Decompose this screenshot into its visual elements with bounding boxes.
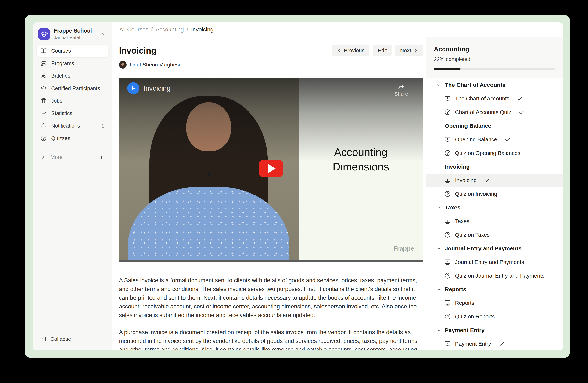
outline-section-payment-entry[interactable]: Payment Entry [426,323,563,337]
outline-lesson-title: The Chart of Accounts [455,96,509,102]
sidebar-item-notifications[interactable]: Notifications1 [37,120,108,132]
help-circle-icon [444,272,451,279]
frappe-school-logo [38,28,50,40]
chevron-left-icon [337,48,341,53]
breadcrumb-all-courses[interactable]: All Courses [119,26,148,33]
outline-lesson-quiz-on-invoicing[interactable]: Quiz on Invoicing [426,187,563,201]
lesson-paragraph: A purchase invoice is a document created… [119,328,419,350]
outline-section-taxes[interactable]: Taxes [426,201,563,214]
help-circle-icon [444,109,451,115]
play-icon [268,164,276,173]
chevron-down-icon[interactable] [101,31,106,37]
outline-section-title: Journal Entry and Payments [445,245,522,252]
edit-button[interactable]: Edit [373,45,392,57]
sidebar-item-programs[interactable]: Programs [37,57,108,69]
outline-section-journal-entry-and-payments[interactable]: Journal Entry and Payments [426,242,563,255]
notification-count-badge: 1 [102,123,104,129]
video-channel-avatar[interactable]: F [127,82,139,94]
outline-lesson-quiz-on-opening-balances[interactable]: Quiz on Opening Balances [426,146,563,160]
outline-lesson-taxes[interactable]: Taxes [426,214,563,228]
sidebar-item-label: Jobs [51,98,62,104]
presenter-face [186,102,231,151]
chevron-down-icon [437,82,441,87]
outline-section-invoicing[interactable]: Invoicing [426,160,563,173]
sidebar-item-more[interactable]: More [37,152,108,163]
sidebar-item-label: Batches [51,73,70,79]
video-player[interactable]: Accounting Dimensions Frappe F Invoicing [119,77,423,260]
sidebar-item-quizzes[interactable]: Quizzes [37,132,108,144]
share-label: Share [394,91,408,97]
outline-section-opening-balance[interactable]: Opening Balance [426,119,563,133]
check-icon [484,177,490,184]
sidebar-nav: CoursesProgramsBatchesCertified Particip… [37,45,108,144]
progress-bar [434,68,555,70]
check-icon [519,109,525,115]
author-row: Linet Sherin Varghese [119,61,423,69]
video-overlay-title[interactable]: Invoicing [144,84,170,92]
sidebar-item-batches[interactable]: Batches [37,70,108,82]
help-circle-icon [444,232,451,238]
chevron-down-icon [437,328,441,333]
outline-lesson-invoicing[interactable]: Invoicing [426,173,563,187]
outline-lesson-title: Reports [455,300,474,306]
sidebar-item-certified-participants[interactable]: Certified Participants [37,82,108,95]
video-slide-panel: Accounting Dimensions Frappe [298,77,423,260]
outline-lesson-reports[interactable]: Reports [426,296,563,310]
collapse-label: Collapse [50,336,71,342]
play-button[interactable] [259,160,283,177]
previous-button[interactable]: Previous [332,45,369,57]
author-name: Linet Sherin Varghese [129,62,182,68]
lesson-paragraph: A Sales invoice is a formal document sen… [119,276,419,319]
outline-lesson-title: Quiz on Invoicing [455,191,497,197]
sidebar-item-label: Quizzes [51,135,70,141]
next-button[interactable]: Next [395,45,423,57]
outline-lesson-title: Journal Entry and Payments [455,259,524,265]
workspace-switcher[interactable]: Frappe School Jannat Patel [37,27,108,45]
next-label: Next [400,47,411,54]
bell-icon [41,123,47,129]
outline-lesson-chart-of-accounts-quiz[interactable]: Chart of Accounts Quiz [426,105,563,119]
chevron-down-icon [437,205,441,210]
plus-icon[interactable] [99,154,104,160]
outline-lesson-quiz-on-journal-entry-and-payments[interactable]: Quiz on Journal Entry and Payments [426,269,563,283]
breadcrumb: All Courses / Accounting / Invoicing [119,26,213,33]
outline-lesson-journal-entry-and-payments[interactable]: Journal Entry and Payments [426,255,563,269]
sidebar-item-courses[interactable]: Courses [37,45,108,57]
video-progress-strip[interactable] [119,260,423,262]
slide-line-2: Dimensions [333,159,389,174]
breadcrumb-separator: / [187,26,188,33]
workspace-text: Frappe School Jannat Patel [54,28,97,40]
outline-lesson-title: Quiz on Opening Balances [455,150,520,156]
graduation-cap-icon [40,30,48,38]
outline-section-title: The Chart of Accounts [445,82,505,88]
chevron-down-icon [437,287,441,292]
outline-lesson-quiz-on-taxes[interactable]: Quiz on Taxes [426,228,563,242]
breadcrumb-accounting[interactable]: Accounting [156,26,184,33]
outline-section-title: Payment Entry [445,327,484,333]
outline-lesson-opening-balance[interactable]: Opening Balance [426,133,563,146]
sidebar-item-label: Certified Participants [51,85,100,91]
users-icon [41,73,47,79]
help-circle-icon [41,135,47,141]
lesson-body: A Sales invoice is a formal document sen… [119,276,423,350]
sidebar-item-statistics[interactable]: Statistics [37,107,108,119]
collapse-icon [41,336,47,342]
sidebar-item-jobs[interactable]: Jobs [37,95,108,107]
monitor-play-icon [444,218,451,224]
monitor-play-icon [444,136,451,143]
previous-label: Previous [344,47,364,54]
author-avatar [119,61,126,69]
check-icon [517,95,523,102]
outline-section-reports[interactable]: Reports [426,283,563,296]
outline-lesson-the-chart-of-accounts[interactable]: The Chart of Accounts [426,92,563,105]
outline-section-the-chart-of-accounts[interactable]: The Chart of Accounts [426,78,563,92]
share-button[interactable]: Share [394,82,408,97]
share-icon [394,82,408,91]
outline-section-title: Opening Balance [445,123,491,129]
collapse-sidebar-button[interactable]: Collapse [37,333,108,345]
outline-lesson-payment-entry[interactable]: Payment Entry [426,337,563,350]
help-circle-icon [444,313,451,320]
outline-lesson-quiz-on-reports[interactable]: Quiz on Reports [426,310,563,323]
breadcrumb-current: Invoicing [191,26,213,33]
monitor-play-icon [444,300,451,306]
